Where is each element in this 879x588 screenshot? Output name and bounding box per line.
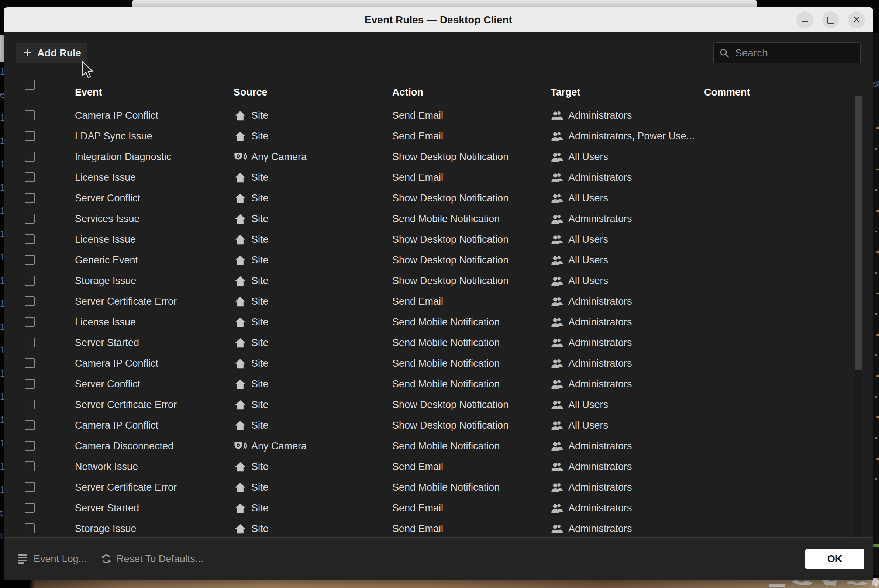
target-cell: Administrators [551,110,632,122]
site-icon [234,378,247,390]
select-all-checkbox[interactable] [25,80,35,90]
source-cell: Any Camera [234,151,307,163]
row-checkbox[interactable] [25,276,35,285]
row-checkbox[interactable] [25,193,35,203]
users-icon [551,358,564,369]
site-icon [234,502,247,513]
row-checkbox[interactable] [25,379,35,389]
table-row[interactable]: Generic Event Site Show Desktop Notifica… [4,250,869,270]
source-cell: Site [234,172,269,183]
target-cell: Administrators [551,213,632,225]
background-detail [876,334,879,336]
table-row[interactable]: License Issue Site Send Email Administra… [4,167,869,188]
ok-button[interactable]: OK [805,549,864,569]
source-cell: Site [234,255,269,266]
target-cell: All Users [551,192,608,204]
action-cell: Send Email [392,130,443,142]
reset-defaults-button[interactable]: Reset To Defaults... [101,554,203,565]
table-row[interactable]: Server Started Site Send Email Administr… [4,498,869,518]
event-cell: Camera IP Conflict [75,420,158,431]
row-checkbox[interactable] [25,296,35,306]
event-log-button[interactable]: Event Log... [18,554,87,565]
table-row[interactable]: Server Conflict Site Send Mobile Notific… [4,374,869,394]
table-row[interactable]: Server Certificate Error Site Send Email… [4,291,869,312]
table-row[interactable]: Storage Issue Site Show Desktop Notifica… [4,270,869,291]
table-row[interactable]: Camera Disconnected Any Camera Send Mobi… [4,436,869,456]
source-cell: Site [234,213,269,225]
column-header-target[interactable]: Target [551,87,580,98]
background-window-top-edge [132,0,757,7]
row-checkbox[interactable] [25,420,35,430]
table-row[interactable]: Services Issue Site Send Mobile Notifica… [4,208,869,229]
action-cell: Send Mobile Notification [392,337,500,349]
table-row[interactable]: Server Certificate Error Site Send Mobil… [4,477,869,498]
background-text-fragment: sl [873,78,879,89]
table-row[interactable]: Integration Diagnostic Any Camera Show D… [4,147,869,167]
site-icon [234,275,247,286]
users-icon [551,420,564,430]
row-checkbox[interactable] [25,503,35,513]
table-row[interactable]: Camera IP Conflict Site Show Desktop Not… [4,415,869,436]
table-row[interactable]: Server Conflict Site Show Desktop Notifi… [4,188,869,208]
table-row[interactable]: LDAP Sync Issue Site Send Email Administ… [4,126,869,147]
column-header-action[interactable]: Action [392,87,423,98]
row-checkbox[interactable] [25,462,35,471]
event-cell: Camera IP Conflict [75,110,158,122]
row-checkbox[interactable] [25,172,35,182]
background-detail [876,292,879,294]
table-row[interactable]: Server Started Site Send Mobile Notifica… [4,332,869,353]
source-cell: Site [234,482,269,493]
row-checkbox[interactable] [25,110,35,120]
scrollbar-thumb[interactable] [855,96,862,370]
event-cell: Storage Issue [75,523,137,534]
row-checkbox[interactable] [25,131,35,141]
users-icon [551,462,564,472]
row-checkbox[interactable] [25,214,35,224]
event-cell: License Issue [75,172,136,183]
users-icon [551,214,564,224]
desktop-backdrop: sl 1e11111111111111111tB Event Rules — D… [0,0,879,588]
table-row[interactable]: License Issue Site Show Desktop Notifica… [4,229,869,250]
event-cell: Camera IP Conflict [75,358,158,369]
row-checkbox[interactable] [25,358,35,368]
column-header-event[interactable]: Event [75,87,102,98]
target-cell: Administrators, Power Use... [551,130,694,142]
row-checkbox[interactable] [25,524,35,533]
close-button[interactable]: × [848,11,865,28]
table-row[interactable]: License Issue Site Send Mobile Notificat… [4,312,869,332]
background-detail [876,210,879,212]
users-icon [551,399,564,410]
maximize-button[interactable] [822,11,839,28]
table-row[interactable]: Camera IP Conflict Site Send Mobile Noti… [4,353,869,374]
row-checkbox[interactable] [25,338,35,348]
column-header-comment[interactable]: Comment [704,87,750,98]
event-cell: Server Certificate Error [75,296,177,307]
column-header-source[interactable]: Source [234,87,267,98]
site-icon [234,461,247,472]
add-rule-button[interactable]: + Add Rule [16,43,87,63]
source-cell: Site [234,399,269,411]
wallpaper-detail [792,580,813,585]
row-checkbox[interactable] [25,317,35,327]
site-icon [234,172,247,183]
search-input[interactable] [734,47,855,59]
maximize-icon [827,16,834,24]
row-checkbox[interactable] [25,255,35,265]
row-checkbox[interactable] [25,441,35,451]
table-row[interactable]: Camera IP Conflict Site Send Email Admin… [4,105,869,126]
table-row[interactable]: Network Issue Site Send Email Administra… [4,456,869,477]
window-titlebar[interactable]: Event Rules — Desktop Client × [4,8,873,33]
table-row[interactable]: Storage Issue Site Send Email Administra… [4,518,869,537]
row-checkbox[interactable] [25,234,35,244]
wallpaper-detail [846,580,868,585]
vertical-scrollbar[interactable] [855,96,862,537]
row-checkbox[interactable] [25,399,35,410]
event-cell: Server Certificate Error [75,399,177,411]
table-row[interactable]: Server Certificate Error Site Show Deskt… [4,394,869,415]
event-cell: Generic Event [75,255,138,266]
background-detail [876,458,879,460]
row-checkbox[interactable] [25,482,35,492]
users-icon [551,482,564,492]
row-checkbox[interactable] [25,152,35,162]
minimize-button[interactable] [796,11,813,28]
